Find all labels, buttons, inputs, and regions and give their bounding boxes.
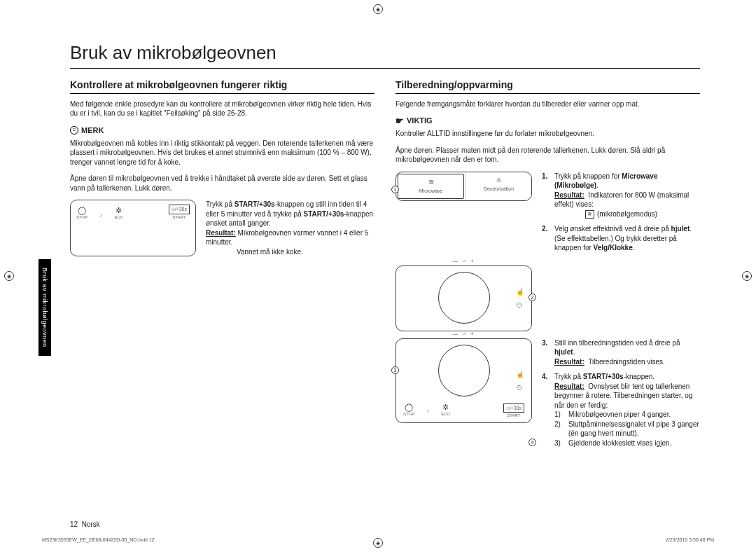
step-marker-2: 2 [528, 294, 536, 301]
important-text: Kontroller ALLTID innstillingene før du … [396, 129, 700, 139]
clock-icon: ⏲ [516, 383, 524, 393]
note-label: MERK [81, 125, 104, 136]
dial-knob-2 [438, 345, 490, 396]
step-marker-4: 4 [528, 439, 536, 446]
note-text: Mikrobølgeovnen må kobles inn i riktig s… [70, 139, 374, 167]
right-heading: Tilberedning/oppvarming [396, 78, 700, 92]
crop-mark-right [742, 271, 752, 281]
important-icon: ☛ [396, 116, 404, 125]
step-3: 3. Still inn tilberedningstiden ved å dr… [542, 338, 700, 367]
hand-icon: ☝ [516, 369, 524, 379]
page-title: Bruk av mikrobølgeovnen [70, 42, 700, 64]
open-door-text: Åpne døren til mikrobølgeovnen ved å tre… [70, 174, 374, 193]
left-heading: Kontrollere at mikrobølgeovnen fungerer … [70, 78, 374, 92]
control-panel-figure-left: ◯ STOP / ✲ ECO ◇/+30s START [70, 200, 196, 256]
eco-button-illustration: ✲ ECO [441, 403, 450, 419]
start-button-illustration: ◇/+30s START [503, 403, 524, 419]
start-30s-box: ◇/+30s [169, 205, 190, 214]
deodorization-icon: ⎋ [468, 175, 530, 185]
right-column: Tilberedning/oppvarming Følgende fremgan… [396, 78, 700, 460]
dial-knob [438, 272, 490, 324]
left-intro: Med følgende enkle prosedyre kan du kont… [70, 99, 374, 118]
eco-icon: ✲ [115, 207, 122, 214]
title-rule [70, 68, 700, 69]
crop-mark-top [373, 4, 383, 14]
important-label: VIKTIG [407, 116, 433, 126]
step-1: 1. Trykk på knappen for Microwave (Mikro… [542, 172, 700, 219]
microwave-icon: ≋ [400, 177, 462, 187]
hand-icon: ☝ [516, 287, 524, 296]
footer-fine-print: MS23K3555EW_EE_DE68-04422D-00_NO.indd 12… [42, 537, 714, 542]
dial-panel-figure-2: ⌢ ☝ ⏲ ◯ STOP / [396, 338, 532, 424]
dial-arc: ⌢ [452, 258, 475, 265]
important-heading: ☛ VIKTIG [396, 116, 700, 126]
note-heading: ≡ MERK [70, 125, 374, 136]
side-tab: Bruk av mikrobølgeovnen [38, 259, 51, 356]
left-rule [70, 93, 374, 94]
clock-icon: ⏲ [516, 301, 524, 310]
step-2: 2. Velg ønsket effektnivå ved å dreie på… [542, 224, 700, 253]
stop-button-illustration: ◯ STOP [76, 207, 88, 220]
deodorization-mode-cell: ⎋ Deodorization [465, 172, 531, 200]
stop-icon: ◯ [78, 207, 86, 214]
microwave-mode-icon: ≋ [585, 210, 594, 219]
open-place-text: Åpne døren. Plasser maten midt på den ro… [396, 146, 700, 165]
stop-button-illustration: ◯ STOP [403, 403, 414, 419]
right-rule [396, 93, 700, 94]
crop-mark-left [4, 271, 14, 281]
start-button-illustration: ◇/+30s START [169, 205, 190, 220]
page-footer: 12 Norsk [70, 520, 700, 528]
dial-arc-2: ⌢ [452, 331, 475, 338]
right-intro: Følgende fremgangsmåte forklarer hvordan… [396, 99, 700, 109]
dial-panel-figure-1: ⌢ ☝ ⏲ [396, 265, 532, 331]
step-marker-1: 1 [391, 186, 399, 193]
note-icon: ≡ [70, 126, 78, 134]
eco-button-illustration: ✲ ECO [114, 207, 123, 220]
mode-panel-figure: ≋ Microwave ⎋ Deodorization [396, 172, 532, 201]
step-4-sublist: 1)Mikrobølgeovnen piper 4 ganger. 2)Slut… [554, 410, 700, 448]
left-step-text: Trykk på START/+30s-knappen og still inn… [206, 200, 374, 256]
step-4: 4. Trykk på START/+30s-knappen. Resultat… [542, 372, 700, 448]
step-marker-3: 3 [391, 366, 399, 374]
left-column: Kontrollere at mikrobølgeovnen fungerer … [70, 78, 374, 460]
microwave-mode-cell: ≋ Microwave [398, 174, 464, 199]
